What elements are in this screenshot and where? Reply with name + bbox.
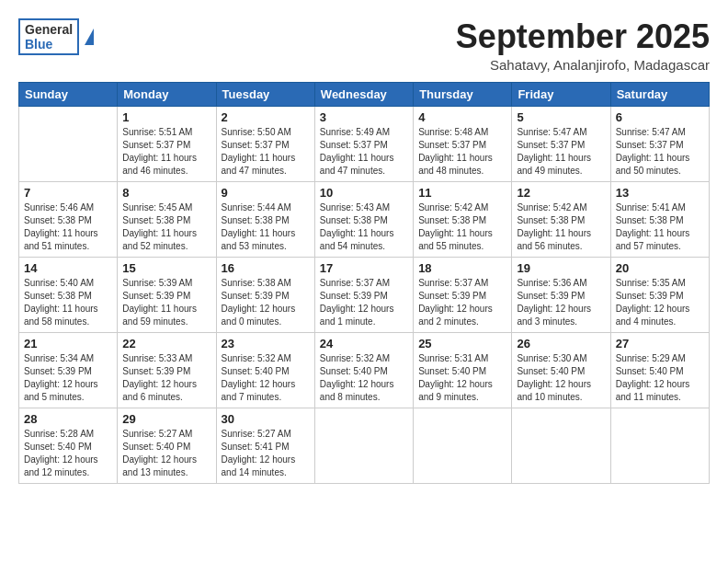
location-subtitle: Sahatavy, Analanjirofo, Madagascar	[456, 57, 710, 73]
calendar-cell: 1Sunrise: 5:51 AM Sunset: 5:37 PM Daylig…	[118, 106, 216, 181]
logo-box: General Blue	[18, 18, 79, 55]
day-number: 30	[222, 412, 310, 426]
day-info: Sunrise: 5:27 AM Sunset: 5:40 PM Dayligh…	[122, 428, 210, 479]
logo: General Blue	[18, 18, 94, 55]
calendar-cell	[314, 408, 413, 483]
day-info: Sunrise: 5:50 AM Sunset: 5:37 PM Dayligh…	[222, 126, 310, 178]
calendar-cell: 2Sunrise: 5:50 AM Sunset: 5:37 PM Daylig…	[216, 106, 314, 181]
day-info: Sunrise: 5:44 AM Sunset: 5:38 PM Dayligh…	[222, 201, 310, 253]
calendar-week-1: 1Sunrise: 5:51 AM Sunset: 5:37 PM Daylig…	[19, 106, 710, 181]
calendar-cell: 27Sunrise: 5:29 AM Sunset: 5:40 PM Dayli…	[610, 332, 709, 408]
calendar-cell: 23Sunrise: 5:32 AM Sunset: 5:40 PM Dayli…	[216, 332, 314, 408]
calendar-cell: 21Sunrise: 5:34 AM Sunset: 5:39 PM Dayli…	[19, 332, 118, 408]
calendar-cell: 7Sunrise: 5:46 AM Sunset: 5:38 PM Daylig…	[19, 181, 118, 257]
day-info: Sunrise: 5:37 AM Sunset: 5:39 PM Dayligh…	[320, 277, 408, 328]
day-number: 16	[222, 261, 310, 275]
calendar-week-4: 21Sunrise: 5:34 AM Sunset: 5:39 PM Dayli…	[19, 332, 710, 408]
day-number: 4	[418, 110, 506, 124]
day-info: Sunrise: 5:38 AM Sunset: 5:39 PM Dayligh…	[222, 277, 310, 328]
day-info: Sunrise: 5:28 AM Sunset: 5:40 PM Dayligh…	[24, 428, 112, 479]
day-info: Sunrise: 5:33 AM Sunset: 5:39 PM Dayligh…	[122, 352, 210, 404]
calendar-cell: 29Sunrise: 5:27 AM Sunset: 5:40 PM Dayli…	[118, 408, 216, 483]
calendar-cell: 18Sunrise: 5:37 AM Sunset: 5:39 PM Dayli…	[414, 257, 512, 332]
col-header-monday: Monday	[118, 82, 216, 106]
day-number: 28	[24, 412, 112, 426]
day-info: Sunrise: 5:36 AM Sunset: 5:39 PM Dayligh…	[517, 277, 605, 328]
page-header: General Blue September 2025 Sahatavy, An…	[18, 18, 710, 73]
day-info: Sunrise: 5:37 AM Sunset: 5:39 PM Dayligh…	[418, 277, 506, 328]
calendar-cell	[610, 408, 709, 483]
day-info: Sunrise: 5:45 AM Sunset: 5:38 PM Dayligh…	[122, 201, 210, 253]
calendar-cell: 22Sunrise: 5:33 AM Sunset: 5:39 PM Dayli…	[118, 332, 216, 408]
calendar-cell: 26Sunrise: 5:30 AM Sunset: 5:40 PM Dayli…	[512, 332, 610, 408]
col-header-tuesday: Tuesday	[216, 82, 314, 106]
calendar-cell: 19Sunrise: 5:36 AM Sunset: 5:39 PM Dayli…	[512, 257, 610, 332]
day-number: 6	[616, 110, 704, 124]
day-info: Sunrise: 5:42 AM Sunset: 5:38 PM Dayligh…	[517, 201, 605, 253]
logo-line1: General	[25, 22, 73, 37]
calendar-cell: 25Sunrise: 5:31 AM Sunset: 5:40 PM Dayli…	[414, 332, 512, 408]
day-number: 29	[122, 412, 210, 426]
month-title: September 2025	[456, 18, 710, 55]
calendar-cell: 3Sunrise: 5:49 AM Sunset: 5:37 PM Daylig…	[314, 106, 413, 181]
calendar-cell: 20Sunrise: 5:35 AM Sunset: 5:39 PM Dayli…	[610, 257, 709, 332]
calendar-cell	[414, 408, 512, 483]
day-info: Sunrise: 5:47 AM Sunset: 5:37 PM Dayligh…	[616, 126, 704, 178]
calendar-week-5: 28Sunrise: 5:28 AM Sunset: 5:40 PM Dayli…	[19, 408, 710, 483]
day-info: Sunrise: 5:34 AM Sunset: 5:39 PM Dayligh…	[24, 352, 112, 404]
day-info: Sunrise: 5:30 AM Sunset: 5:40 PM Dayligh…	[517, 352, 605, 404]
day-info: Sunrise: 5:39 AM Sunset: 5:39 PM Dayligh…	[122, 277, 210, 328]
day-number: 11	[418, 186, 506, 200]
calendar-cell: 11Sunrise: 5:42 AM Sunset: 5:38 PM Dayli…	[414, 181, 512, 257]
calendar-cell: 6Sunrise: 5:47 AM Sunset: 5:37 PM Daylig…	[610, 106, 709, 181]
day-number: 17	[320, 261, 408, 275]
calendar-cell: 5Sunrise: 5:47 AM Sunset: 5:37 PM Daylig…	[512, 106, 610, 181]
logo-line2: Blue	[25, 37, 73, 52]
day-number: 10	[320, 186, 408, 200]
col-header-saturday: Saturday	[610, 82, 709, 106]
day-info: Sunrise: 5:35 AM Sunset: 5:39 PM Dayligh…	[616, 277, 704, 328]
day-number: 3	[320, 110, 408, 124]
day-number: 26	[517, 337, 605, 350]
calendar-cell: 24Sunrise: 5:32 AM Sunset: 5:40 PM Dayli…	[314, 332, 413, 408]
day-number: 1	[122, 110, 210, 124]
col-header-wednesday: Wednesday	[314, 82, 413, 106]
day-info: Sunrise: 5:43 AM Sunset: 5:38 PM Dayligh…	[320, 201, 408, 253]
day-number: 15	[122, 261, 210, 275]
day-info: Sunrise: 5:29 AM Sunset: 5:40 PM Dayligh…	[616, 352, 704, 404]
day-info: Sunrise: 5:42 AM Sunset: 5:38 PM Dayligh…	[418, 201, 506, 253]
day-info: Sunrise: 5:46 AM Sunset: 5:38 PM Dayligh…	[24, 201, 112, 253]
calendar-cell	[19, 106, 118, 181]
calendar-cell: 17Sunrise: 5:37 AM Sunset: 5:39 PM Dayli…	[314, 257, 413, 332]
title-block: September 2025 Sahatavy, Analanjirofo, M…	[456, 18, 710, 73]
calendar-cell: 30Sunrise: 5:27 AM Sunset: 5:41 PM Dayli…	[216, 408, 314, 483]
calendar-cell: 28Sunrise: 5:28 AM Sunset: 5:40 PM Dayli…	[19, 408, 118, 483]
calendar-cell	[512, 408, 610, 483]
calendar-week-3: 14Sunrise: 5:40 AM Sunset: 5:38 PM Dayli…	[19, 257, 710, 332]
day-info: Sunrise: 5:49 AM Sunset: 5:37 PM Dayligh…	[320, 126, 408, 178]
calendar-cell: 15Sunrise: 5:39 AM Sunset: 5:39 PM Dayli…	[118, 257, 216, 332]
calendar-cell: 4Sunrise: 5:48 AM Sunset: 5:37 PM Daylig…	[414, 106, 512, 181]
day-info: Sunrise: 5:47 AM Sunset: 5:37 PM Dayligh…	[517, 126, 605, 178]
logo-triangle-icon	[85, 29, 94, 45]
day-number: 5	[517, 110, 605, 124]
col-header-thursday: Thursday	[414, 82, 512, 106]
day-info: Sunrise: 5:51 AM Sunset: 5:37 PM Dayligh…	[122, 126, 210, 178]
day-info: Sunrise: 5:27 AM Sunset: 5:41 PM Dayligh…	[222, 428, 310, 479]
day-info: Sunrise: 5:48 AM Sunset: 5:37 PM Dayligh…	[418, 126, 506, 178]
day-number: 24	[320, 337, 408, 350]
calendar-cell: 10Sunrise: 5:43 AM Sunset: 5:38 PM Dayli…	[314, 181, 413, 257]
day-number: 13	[616, 186, 704, 200]
day-number: 14	[24, 261, 112, 275]
calendar-cell: 14Sunrise: 5:40 AM Sunset: 5:38 PM Dayli…	[19, 257, 118, 332]
day-number: 21	[24, 337, 112, 350]
day-number: 27	[616, 337, 704, 350]
day-info: Sunrise: 5:32 AM Sunset: 5:40 PM Dayligh…	[320, 352, 408, 404]
calendar-table: SundayMondayTuesdayWednesdayThursdayFrid…	[18, 82, 710, 484]
day-number: 18	[418, 261, 506, 275]
calendar-week-2: 7Sunrise: 5:46 AM Sunset: 5:38 PM Daylig…	[19, 181, 710, 257]
day-number: 7	[24, 186, 112, 200]
day-number: 12	[517, 186, 605, 200]
day-number: 20	[616, 261, 704, 275]
day-number: 22	[122, 337, 210, 350]
